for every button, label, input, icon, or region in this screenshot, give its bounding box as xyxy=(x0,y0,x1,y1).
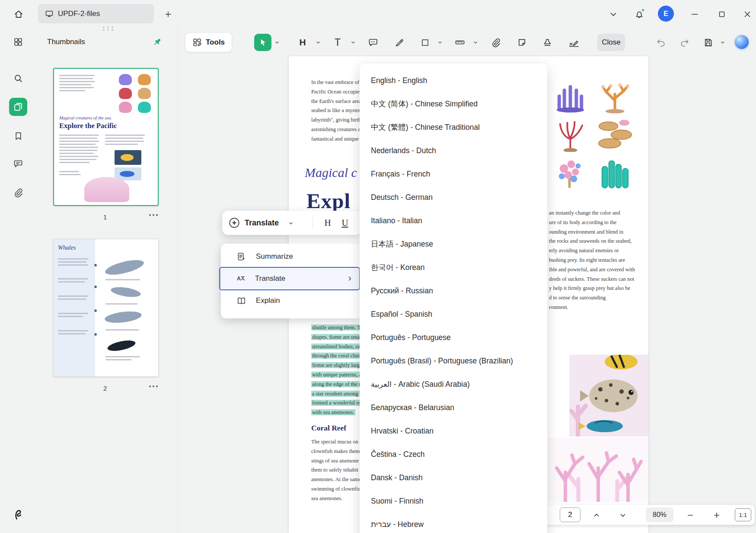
notification-dot xyxy=(641,8,645,12)
highlighted-text-line: with unique patterns, an xyxy=(311,372,365,378)
heading-tool-button[interactable]: H xyxy=(294,34,311,51)
pen-tool-button[interactable] xyxy=(391,34,408,51)
zoom-level[interactable]: 80% xyxy=(646,507,673,522)
pin-icon xyxy=(153,37,162,47)
home-button[interactable] xyxy=(11,7,26,22)
language-option[interactable]: Hrvatski - Croatian xyxy=(360,419,547,443)
thumbnails-panel-button[interactable] xyxy=(9,98,27,116)
comments-button[interactable] xyxy=(9,154,27,173)
language-option[interactable]: Dansk - Danish xyxy=(360,466,547,489)
thumbnail-1-more-button[interactable] xyxy=(148,211,159,219)
thumbnail-2-number: 2 xyxy=(103,385,107,392)
translate-pill-button[interactable]: Translate xyxy=(222,217,279,229)
heading-tool-chevron[interactable] xyxy=(315,40,321,45)
language-option[interactable]: English - English xyxy=(360,69,547,92)
stamp-icon xyxy=(542,38,552,48)
language-option[interactable]: Suomi - Finnish xyxy=(360,489,547,513)
menu-item-summarize[interactable]: Summarize xyxy=(221,246,362,267)
plus-icon xyxy=(164,10,172,19)
document-tab[interactable]: UPDF-2-files xyxy=(38,4,154,23)
maximize-button[interactable] xyxy=(715,8,728,21)
close-window-button[interactable] xyxy=(741,8,754,21)
thumbnail-page-2[interactable]: Whales xyxy=(53,239,159,377)
page-number-value: 2 xyxy=(568,511,572,519)
format-heading-button[interactable]: H xyxy=(319,214,336,231)
page-number-input[interactable]: 2 xyxy=(560,507,581,522)
language-option[interactable]: Español - Spanish xyxy=(360,302,547,326)
shape-tool-chevron[interactable] xyxy=(437,40,443,45)
undo-button[interactable] xyxy=(652,34,670,51)
search-button[interactable] xyxy=(9,69,27,87)
language-option[interactable]: Italiano - Italian xyxy=(360,209,547,232)
bookmarks-button[interactable] xyxy=(9,127,27,145)
shape-tool-button[interactable] xyxy=(416,34,434,51)
zoom-in-button[interactable] xyxy=(711,510,722,521)
ratio-value: 1:1 xyxy=(739,512,747,518)
measure-tool-button[interactable] xyxy=(451,34,469,51)
signature-tool-button[interactable] xyxy=(565,34,583,51)
language-option[interactable]: 中文 (简体) - Chinese Simplified xyxy=(360,92,547,116)
brand-tool-button[interactable] xyxy=(9,506,27,524)
chevron-up-icon xyxy=(593,511,600,519)
actual-size-button[interactable]: 1:1 xyxy=(735,508,751,521)
panel-drag-handle[interactable] xyxy=(100,26,116,31)
summarize-icon xyxy=(236,252,246,262)
collapse-toolbar-button[interactable] xyxy=(607,8,620,21)
text-tool-button[interactable]: T xyxy=(329,34,346,51)
zoom-out-button[interactable] xyxy=(685,510,696,521)
language-option[interactable]: 中文 (繁體) - Chinese Traditional xyxy=(360,116,547,139)
minimize-button[interactable] xyxy=(688,8,701,21)
save-chevron[interactable] xyxy=(720,40,726,45)
attach-tool-button[interactable] xyxy=(487,34,504,51)
language-option[interactable]: 日本語 - Japanese xyxy=(360,232,547,256)
language-option[interactable]: 한국어 - Korean xyxy=(360,256,547,279)
language-option[interactable]: Português (Brasil) - Portuguese (Brazili… xyxy=(360,349,547,372)
language-option[interactable]: العربية - Arabic (Saudi Arabia) xyxy=(360,372,547,396)
text-tool-chevron[interactable] xyxy=(350,40,356,45)
format-underline-button[interactable]: U xyxy=(336,214,354,231)
language-option[interactable]: Français - French xyxy=(360,162,547,186)
avatar[interactable]: E xyxy=(658,6,674,22)
close-edit-button[interactable]: Close xyxy=(597,34,625,51)
stamp-tool-button[interactable] xyxy=(539,34,556,51)
comment-tool-button[interactable] xyxy=(364,34,382,51)
document-text-line: bushing prey. Its eight tentacles are xyxy=(549,256,635,265)
select-tool-chevron[interactable] xyxy=(274,40,280,45)
tools-button[interactable]: Tools xyxy=(185,33,232,52)
highlighted-text-line: through the coral cluste xyxy=(311,353,364,359)
language-option[interactable]: Deutsch - German xyxy=(360,186,547,209)
language-option[interactable]: Русский - Russian xyxy=(360,279,547,302)
thumbnail-1-number: 1 xyxy=(103,213,107,221)
ai-assistant-button[interactable] xyxy=(735,35,749,49)
menu-item-explain[interactable]: Explain xyxy=(221,290,362,311)
attachments-button[interactable] xyxy=(9,183,27,202)
language-option[interactable]: Nederlands - Dutch xyxy=(360,139,547,162)
language-option[interactable]: Čeština - Czech xyxy=(360,443,547,466)
measure-tool-chevron[interactable] xyxy=(472,40,478,45)
sticker-tool-button[interactable] xyxy=(513,34,530,51)
thumbnail-2-more-button[interactable] xyxy=(148,382,159,391)
select-tool-button[interactable] xyxy=(254,34,271,51)
add-tab-button[interactable] xyxy=(163,9,174,20)
document-text-line: ure of its body according to the xyxy=(549,218,635,228)
language-option[interactable]: Беларуская - Belarusian xyxy=(360,396,547,419)
redo-button[interactable] xyxy=(676,34,693,51)
ai-context-menu: Summarize A Translate Explain xyxy=(221,244,362,318)
next-page-button[interactable] xyxy=(617,510,628,521)
menu-item-translate[interactable]: A Translate xyxy=(219,267,360,290)
language-option[interactable]: Português - Portuguese xyxy=(360,326,547,349)
translate-pill-chevron[interactable] xyxy=(288,221,294,226)
previous-page-button[interactable] xyxy=(591,510,602,521)
document-text-line: anemones. At the same xyxy=(311,475,363,485)
save-button[interactable] xyxy=(699,34,717,51)
notifications-button[interactable] xyxy=(633,8,646,21)
document-text-line: the rocks and seaweeds on the seabed, xyxy=(549,237,635,246)
language-option[interactable]: עברית - Hebrew xyxy=(360,513,547,533)
apps-button[interactable] xyxy=(9,33,27,51)
maximize-icon xyxy=(718,10,726,19)
pin-panel-button[interactable] xyxy=(151,36,163,48)
body-paragraph: The special mucus on tclownfish makes th… xyxy=(311,437,363,504)
document-text-line: In the vast embrace of xyxy=(311,78,363,87)
text-glyph: T xyxy=(335,37,341,48)
thumbnail-page-1[interactable]: Magical creatures of the sea. Explore th… xyxy=(53,68,159,206)
